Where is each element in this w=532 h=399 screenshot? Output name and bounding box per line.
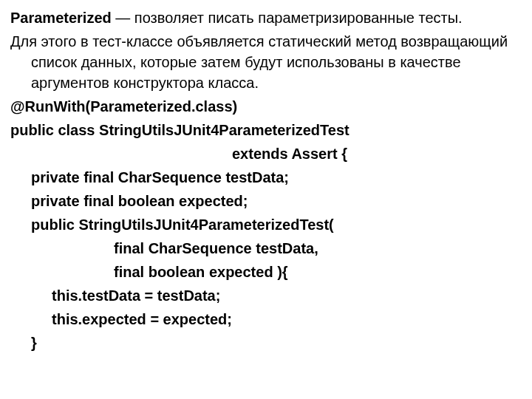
code-line-extends: extends Assert {	[10, 143, 522, 164]
intro-desc: — позволяет писать параметризированные т…	[112, 10, 463, 26]
code-line-close: }	[10, 332, 522, 353]
code-line-param2: final boolean expected ){	[10, 262, 522, 282]
code-line-annotation: @RunWith(Parameterized.class)	[10, 96, 522, 117]
code-line-assign2: this.expected = expected;	[10, 309, 522, 330]
code-line-param1: final CharSequence testData,	[10, 238, 522, 259]
term-parameterized: Parameterized	[10, 10, 112, 26]
code-line-field2: private final boolean expected;	[10, 191, 522, 211]
description-paragraph: Для этого в тест-классе объявляется стат…	[10, 31, 522, 93]
code-line-field1: private final CharSequence testData;	[10, 167, 522, 188]
code-line-class-decl: public class StringUtilsJUnit4Parameteri…	[10, 120, 522, 140]
code-line-constructor: public StringUtilsJUnit4ParameterizedTes…	[10, 214, 522, 235]
intro-paragraph: Parameterized — позволяет писать парамет…	[10, 7, 522, 28]
code-line-assign1: this.testData = testData;	[10, 285, 522, 306]
